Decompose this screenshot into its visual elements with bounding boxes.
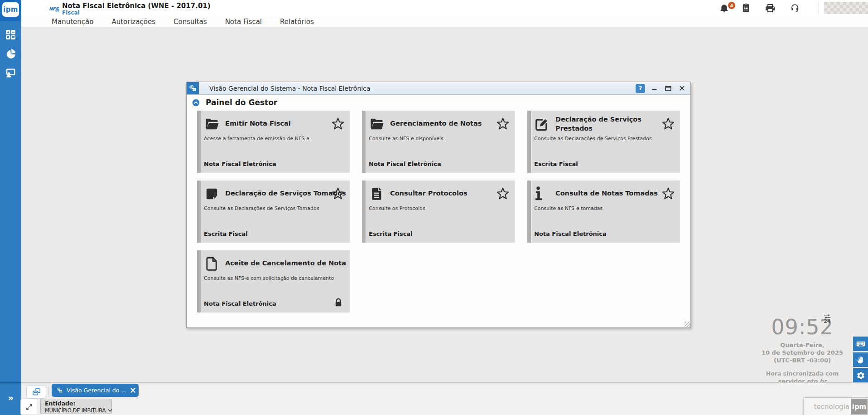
settings-button[interactable]	[853, 368, 868, 383]
virtual-keyboard-button[interactable]	[853, 337, 868, 351]
libras-button[interactable]	[853, 352, 868, 367]
ipm-logo-text: ipm	[2, 2, 19, 17]
card-gerenciamento-de-notas[interactable]: Gerenciamento de Notas Consulte as NFS-e…	[362, 111, 515, 173]
ipm-logo[interactable]: ipm	[0, 0, 21, 21]
collapse-chevron-icon[interactable]	[192, 99, 200, 107]
favorite-star-icon[interactable]	[661, 117, 675, 130]
card-description: Consulte as NFS-e tomadas	[534, 205, 603, 211]
sidebar-divider	[0, 382, 21, 383]
menu-item-nota-fiscal[interactable]: Nota Fiscal	[225, 18, 262, 26]
card-description: Consulte as NFS-e disponíveis	[369, 136, 444, 142]
notification-badge: 4	[728, 2, 735, 9]
window-resize-grip[interactable]	[685, 322, 690, 327]
card-description: Consulte as NFS-e com solicitação de can…	[204, 275, 334, 281]
close-icon[interactable]	[678, 84, 686, 93]
clock-date: Quarta-Feira, 10 de Setembro de 2025 (UT…	[759, 341, 845, 364]
presentation-icon[interactable]	[5, 67, 16, 78]
card-consultar-protocolos[interactable]: Consultar Protocolos Consulte os Protoco…	[362, 181, 515, 243]
fullscreen-button[interactable]	[20, 399, 38, 415]
open-windows-button[interactable]	[26, 385, 46, 399]
card-title: Declaração de Serviços Prestados	[555, 115, 646, 133]
card-emitir-nota-fiscal[interactable]: Emitir Nota Fiscal Acesse a ferramenta d…	[197, 111, 350, 173]
card-title: Emitir Nota Fiscal	[225, 119, 291, 128]
card-consulta-notas-tomadas[interactable]: Consulta de Notas Tomadas Consulte as NF…	[527, 181, 680, 243]
favorite-star-icon[interactable]	[331, 186, 345, 200]
headset-icon[interactable]	[790, 3, 800, 13]
window-visao-gerencial: Visão Gerencial do Sistema - Nota Fiscal…	[186, 82, 691, 328]
calculator-icon[interactable]	[5, 29, 16, 40]
time-format-24h-icon[interactable]: 24	[822, 314, 833, 324]
favorite-star-icon[interactable]	[496, 117, 510, 130]
printer-icon[interactable]	[765, 3, 775, 13]
doc-lines-icon	[369, 186, 385, 202]
clock-date-line: 10 de Setembro de 2025	[759, 349, 845, 356]
card-declaracao-servicos-prestados[interactable]: Declaração de Serviços Prestados Consult…	[527, 111, 680, 173]
nfse-icon: NFS @	[49, 4, 61, 14]
card-declaracao-servicos-tomados[interactable]: Declaração de Serviços Tomados Consulte …	[197, 181, 350, 243]
card-category: Nota Fiscal Eletrônica	[534, 230, 607, 237]
menu-item-consultas[interactable]: Consultas	[174, 18, 207, 26]
card-strip	[527, 111, 531, 173]
libras-hand-icon	[856, 355, 865, 364]
panel-title: Painel do Gestor	[206, 98, 277, 107]
card-title: Gerenciamento de Notas	[390, 119, 482, 128]
menu-item-relatorios[interactable]: Relatórios	[280, 18, 314, 26]
card-description: Consulte as Declarações de Serviços Pres…	[534, 136, 652, 142]
edit-square-icon	[534, 116, 550, 132]
card-description: Consulte os Protocolos	[369, 205, 425, 211]
taskbar-divider	[48, 386, 49, 397]
settings-gear-icon	[856, 371, 865, 380]
card-strip	[197, 111, 201, 173]
info-icon	[534, 186, 550, 202]
clock-timezone: (UTC-BRT -03:00)	[759, 356, 845, 364]
doc-blank-icon	[204, 256, 220, 272]
maximize-icon[interactable]	[664, 84, 672, 93]
favorite-star-icon[interactable]	[331, 117, 345, 130]
card-category: Escrita Fiscal	[534, 161, 578, 167]
card-category: Nota Fiscal Eletrônica	[204, 161, 276, 167]
taskbar: Visão Gerencial do ... Entidade: MUNICÍP…	[21, 382, 868, 415]
gear-window-icon	[56, 387, 63, 394]
minimize-icon[interactable]	[651, 84, 659, 93]
tab-close-icon[interactable]	[130, 387, 136, 393]
pie-chart-icon[interactable]	[5, 48, 16, 59]
entity-selector[interactable]: Entidade: MUNICÍPIO DE IMBITUBA	[40, 399, 112, 414]
panel-header: Painel do Gestor	[192, 94, 277, 111]
redacted-company-name	[824, 2, 868, 14]
ipm-brand-square: ipm	[851, 399, 868, 415]
brand-prefix: tecnologia	[814, 403, 849, 411]
favorite-star-icon[interactable]	[661, 186, 675, 200]
sidebar-expand-chevrons[interactable]: »	[6, 393, 16, 403]
menu-bar: Manutenção Autorizações Consultas Nota F…	[21, 17, 868, 27]
diagonal-arrows-icon	[25, 403, 34, 411]
help-button[interactable]: ?	[636, 84, 645, 93]
header-divider	[819, 2, 819, 14]
window-titlebar[interactable]: Visão Gerencial do Sistema - Nota Fiscal…	[187, 82, 690, 95]
card-title: Declaração de Serviços Tomados	[225, 189, 346, 198]
tab-label: Visão Gerencial do ...	[67, 387, 126, 394]
card-title: Aceite de Cancelamento de Nota	[225, 259, 346, 268]
app-header: NFS @ Nota Fiscal Eletrônica (WNE - 2017…	[21, 0, 868, 17]
favorite-star-icon[interactable]	[496, 186, 510, 200]
menu-item-autorizacoes[interactable]: Autorizações	[111, 18, 155, 26]
entity-value: MUNICÍPIO DE IMBITUBA	[45, 407, 106, 414]
card-category: Escrita Fiscal	[204, 230, 248, 237]
clipboard-icon[interactable]	[741, 3, 751, 13]
clock-weekday: Quarta-Feira,	[759, 341, 845, 349]
card-aceite-cancelamento[interactable]: Aceite de Cancelamento de Nota Consulte …	[197, 250, 350, 312]
card-category: Nota Fiscal Eletrônica	[204, 300, 276, 307]
card-title: Consulta de Notas Tomadas	[555, 189, 658, 198]
ipm-footer-logo: tecnologia ipm	[803, 397, 868, 415]
card-strip	[362, 111, 366, 173]
card-strip	[527, 181, 531, 243]
doc-folded-corner-icon	[204, 186, 220, 202]
chevron-down-icon	[107, 409, 113, 412]
card-strip	[197, 181, 201, 243]
lock-icon	[333, 298, 343, 308]
entity-label: Entidade:	[45, 400, 108, 407]
card-description: Acesse a ferramenta de emissão de NFS-e	[204, 136, 309, 142]
window-title: Visão Gerencial do Sistema - Nota Fiscal…	[209, 85, 370, 92]
task-tab-visao-gerencial[interactable]: Visão Gerencial do ...	[52, 384, 139, 397]
gear-window-icon	[187, 82, 199, 94]
menu-item-manutencao[interactable]: Manutenção	[52, 18, 93, 26]
